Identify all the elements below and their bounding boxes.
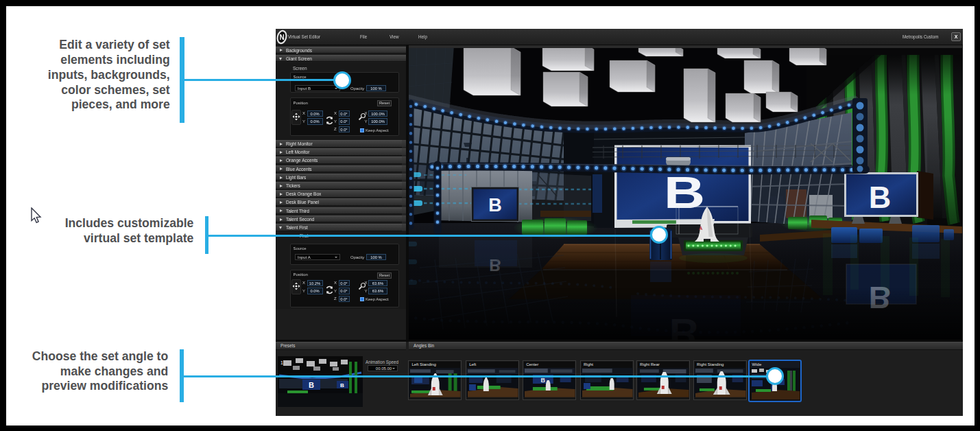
svg-text:B: B bbox=[664, 168, 705, 218]
svg-text:B: B bbox=[541, 377, 546, 384]
svg-text:B: B bbox=[488, 195, 502, 216]
svg-text:B: B bbox=[869, 180, 892, 215]
svg-text:A: A bbox=[699, 225, 703, 231]
svg-text:B: B bbox=[340, 382, 344, 388]
svg-text:1: 1 bbox=[280, 360, 283, 365]
svg-text:N: N bbox=[279, 34, 284, 41]
svg-text:B: B bbox=[309, 381, 314, 389]
